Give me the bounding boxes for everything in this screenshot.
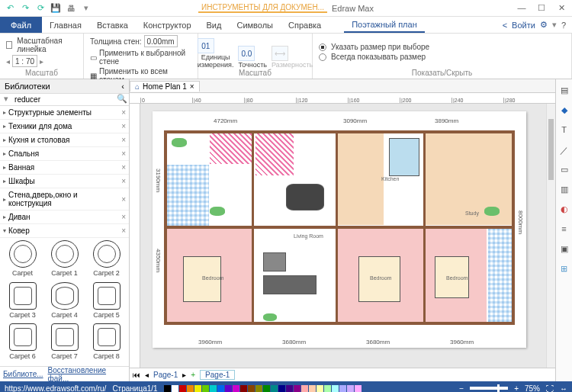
library-search-input[interactable] [11, 94, 114, 105]
library-more[interactable]: Библиоте... [3, 370, 43, 378]
page-nav-prev[interactable]: ◂ [145, 371, 149, 379]
qat-more-icon[interactable]: ▾ [81, 3, 92, 14]
title-bar: ↶ ↷ ⟳ 💾 🖶 ▾ ИНСТРУМЕНТЫ ДЛЯ ДОКУМЕН... E… [0, 0, 572, 17]
shape-carpet8[interactable]: Carpet 8 [86, 323, 127, 364]
document-tab[interactable]: Home Plan 1× [130, 81, 200, 92]
libcat-sofa[interactable]: ▸Диван× [0, 210, 129, 224]
props-icon[interactable]: ▤ [559, 85, 570, 96]
apply-selected-button[interactable]: ▭Применить к выбранной стене [90, 49, 191, 66]
scale-ruler-check[interactable] [6, 41, 12, 49]
ruler-horizontal: 0|40|80|120|160|200|240|280 [130, 93, 555, 104]
menu-view[interactable]: Вид [199, 17, 230, 33]
undo-icon[interactable]: ↶ [5, 3, 15, 14]
print-icon[interactable]: 🖶 [66, 3, 76, 14]
tab-close-icon[interactable]: × [190, 82, 194, 91]
menu-symbols[interactable]: Символы [229, 17, 281, 33]
grid-icon[interactable]: ⊞ [559, 264, 570, 275]
close-icon[interactable]: × [121, 136, 126, 144]
shape-carpet4[interactable]: Carpet 4 [44, 282, 85, 323]
dimension-button: ⟷ [272, 46, 288, 61]
maximize-icon[interactable]: ☐ [535, 3, 548, 13]
refresh-icon[interactable]: ⟳ [35, 3, 46, 14]
search-icon[interactable]: 🔍 [114, 94, 129, 105]
minimize-icon[interactable]: — [516, 3, 528, 13]
login-link[interactable]: Войти [512, 21, 535, 30]
format-icon[interactable]: ◆ [559, 105, 570, 116]
units-button[interactable]: 01 [198, 38, 214, 53]
right-panel: ▤ ◆ T ／ ▭ ▥ ◐ ≡ ▣ ⊞ [555, 79, 572, 381]
text-icon[interactable]: T [559, 125, 570, 136]
page-tab-2[interactable]: Page-1 [200, 370, 235, 380]
close-icon[interactable]: × [121, 122, 126, 130]
libcat-walls[interactable]: ▸Стена,дверь,окно и конструкция× [0, 188, 129, 210]
always-show-radio[interactable] [319, 53, 326, 61]
settings-icon[interactable]: ⚙ [540, 20, 548, 30]
shape-carpet[interactable]: Carpet [2, 240, 43, 281]
fit-width-icon[interactable]: ↔ [560, 384, 567, 393]
color-swatches[interactable] [164, 385, 454, 392]
libcat-bedroom[interactable]: ▸Спальня× [0, 147, 129, 161]
ruler-vertical [130, 104, 140, 368]
share-icon[interactable]: < [503, 21, 507, 30]
libcat-structural[interactable]: ▸Структурные элементы× [0, 106, 129, 120]
page-add[interactable]: + [191, 371, 195, 379]
shape-carpet1[interactable]: Carpet 1 [44, 240, 85, 281]
libcat-wardrobe[interactable]: ▸Шкафы× [0, 175, 129, 188]
libcat-kitchen[interactable]: ▸Кухня и столовая× [0, 133, 129, 147]
page-nav-next[interactable]: ▸ [182, 371, 186, 379]
menu-insert[interactable]: Вставка [89, 17, 136, 33]
shape-carpet5[interactable]: Carpet 5 [86, 282, 127, 323]
close-icon[interactable]: × [121, 163, 126, 172]
fit-page-icon[interactable]: ⛶ [546, 384, 554, 393]
ribbon-collapse-icon[interactable]: ▾ [552, 20, 557, 30]
close-icon[interactable]: × [121, 177, 126, 185]
libcat-appliances[interactable]: ▸Техники для дома× [0, 120, 129, 133]
shape-carpet7[interactable]: Carpet 7 [44, 323, 85, 364]
close-icon[interactable]: × [121, 149, 126, 158]
libcat-carpet[interactable]: ▾Ковер× [0, 224, 129, 238]
save-icon[interactable]: 💾 [50, 3, 61, 14]
scrollbar-vertical[interactable] [546, 104, 555, 368]
floorplan: Kitchen Study Living Room Bedroom Bedroo… [164, 130, 515, 325]
library-close-icon[interactable]: ‹ [121, 82, 124, 91]
help-icon[interactable]: ? [561, 21, 566, 30]
precision-button[interactable]: 0.0 [238, 46, 255, 61]
line-icon[interactable]: ／ [559, 145, 570, 156]
close-icon[interactable]: × [121, 227, 126, 235]
zoom-out-icon[interactable]: − [459, 384, 464, 393]
shape-carpet2[interactable]: Carpet 2 [86, 240, 127, 281]
menu-help[interactable]: Справка [281, 17, 329, 33]
zoom-slider[interactable] [470, 387, 508, 390]
zoom-in-icon[interactable]: + [514, 384, 519, 393]
scale-stepper-up[interactable]: ▸ [40, 57, 43, 66]
file-menu[interactable]: Файл [0, 17, 42, 33]
layers-icon[interactable]: ▥ [559, 185, 570, 195]
search-dropdown-icon[interactable]: ▾ [0, 94, 11, 105]
close-icon[interactable]: × [121, 108, 126, 117]
canvas[interactable]: 4720mm 3090mm 3890mm 3190mm 4350mm 8000m… [130, 104, 555, 368]
library-restore[interactable]: Восстановление фай... [48, 366, 126, 383]
shape-carpet3[interactable]: Carpet 3 [2, 282, 43, 323]
image-icon[interactable]: ▣ [559, 244, 570, 255]
menu-constructor[interactable]: Конструктор [136, 17, 199, 33]
libcat-bath[interactable]: ▸Ванная× [0, 161, 129, 175]
close-icon[interactable]: × [121, 213, 126, 221]
show-on-select-radio[interactable] [319, 43, 326, 51]
page-tab-1[interactable]: Page-1 [153, 371, 178, 379]
close-icon[interactable]: × [121, 195, 126, 204]
fill-icon[interactable]: ◐ [559, 204, 570, 215]
redo-icon[interactable]: ↷ [20, 3, 31, 14]
menu-floorplan[interactable]: Поэтажный план [344, 17, 425, 33]
close-icon[interactable]: ✕ [555, 3, 567, 13]
menu-home[interactable]: Главная [42, 17, 89, 33]
scale-stepper-down[interactable]: ◂ [6, 57, 10, 66]
shape-carpet6[interactable]: Carpet 6 [2, 323, 43, 364]
align-icon[interactable]: ≡ [559, 224, 570, 235]
page-nav-first[interactable]: ⏮ [133, 371, 140, 379]
status-url[interactable]: https://www.edrawsoft.com/ru/ [5, 384, 106, 393]
wall-thickness-input[interactable]: 0.00mm [144, 35, 178, 47]
scale-ratio-input[interactable]: 1 : 70 [12, 55, 37, 67]
drawing-paper[interactable]: 4720mm 3090mm 3890mm 3190mm 4350mm 8000m… [153, 111, 526, 348]
ribbon-group-showhide: Показать/Скрыть [319, 69, 565, 77]
page-icon[interactable]: ▭ [559, 165, 570, 175]
